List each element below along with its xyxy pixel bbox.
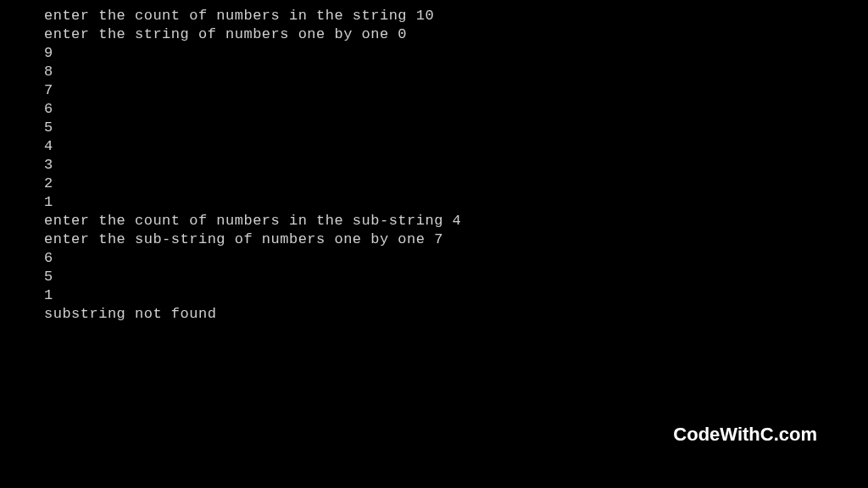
terminal-line: enter the count of numbers in the string…	[44, 7, 868, 25]
terminal-line: 6	[44, 249, 868, 268]
terminal-line: 9	[44, 44, 868, 63]
terminal-line: 2	[44, 175, 868, 193]
terminal-line: 6	[44, 100, 868, 119]
terminal-line: 8	[44, 63, 868, 81]
watermark-text: CodeWithC.com	[673, 424, 817, 446]
terminal-line: 4	[44, 137, 868, 156]
terminal-line: 7	[44, 81, 868, 100]
terminal-line: substring not found	[44, 305, 868, 324]
terminal-line: 3	[44, 156, 868, 175]
terminal-line: 1	[44, 286, 868, 305]
terminal-line: 5	[44, 119, 868, 137]
terminal-line: enter the string of numbers one by one 0	[44, 25, 868, 44]
terminal-output: enter the count of numbers in the string…	[0, 0, 868, 324]
terminal-line: enter the sub-string of numbers one by o…	[44, 230, 868, 249]
terminal-line: 5	[44, 268, 868, 286]
terminal-line: enter the count of numbers in the sub-st…	[44, 212, 868, 230]
terminal-line: 1	[44, 193, 868, 212]
